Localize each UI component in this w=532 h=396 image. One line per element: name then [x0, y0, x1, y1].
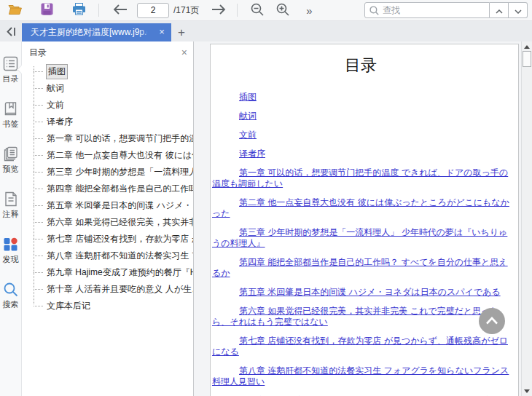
zoom-out-button[interactable] [248, 1, 267, 20]
toolbar: /171页 » [0, 0, 532, 21]
toc-item-label: 文前 [47, 99, 64, 111]
toc-item-label: 第五章 米回肇是日本的间谍 ハジメ・ヨ [47, 199, 193, 212]
zoom-in-button[interactable] [273, 1, 292, 20]
search-magnifier-icon [3, 282, 18, 297]
toc-item[interactable]: 第三章 少年时期的梦想是「一流料理人 [22, 164, 193, 181]
find-next-button[interactable] [509, 2, 528, 18]
toc-item[interactable]: 第八章 连鹅肝都不知道的法餐实习生 フ [22, 248, 193, 264]
sidebar-item-preview[interactable]: 预览 [3, 146, 19, 175]
page-title: 目录 [212, 55, 509, 76]
tree-stub [34, 256, 43, 256]
vertical-scrollbar[interactable] [521, 41, 532, 396]
tree-stub [34, 306, 43, 306]
scrollbar-thumb[interactable] [523, 51, 531, 67]
sidebar-item-bookmarks[interactable]: 书签 [3, 101, 19, 130]
toc-link[interactable]: 第五章 米回肇是日本的间谍 ハジメ・ヨネダは日本のスパイである [239, 287, 501, 297]
pages-stack-icon [3, 146, 18, 162]
find-input[interactable] [383, 5, 477, 15]
tab-close-icon[interactable]: × [157, 26, 167, 38]
toc-item[interactable]: 文前 [22, 97, 193, 114]
toc-item-label: 第二章 他一点妄自尊大也没有 彼には偉 [47, 149, 193, 162]
toc-item[interactable]: 第五章 米回肇是日本的间谍 ハジメ・ヨ [22, 197, 193, 214]
toc-link[interactable]: 插图 [239, 92, 257, 102]
toc-item[interactable]: 第七章 店铺还没有找到，存款为零店 が [22, 231, 193, 248]
toc-item-label: 第四章 能把全部都当作是自己的工作吗 [47, 183, 193, 195]
print-button[interactable] [69, 1, 88, 20]
toc-link-row: 第一章 可以的话，想要调节门把手的温度 できれば、ドアの取っ手の温度も調節したい [212, 167, 509, 189]
toc-item-label: 第三章 少年时期的梦想是「一流料理人 [47, 166, 193, 178]
toc-link[interactable]: 第七章 店铺还没有找到，存款为零店 が見つからず、通帳残高がゼロになる [212, 336, 508, 357]
next-page-button[interactable] [209, 1, 228, 20]
toc-link-row: 译者序 [212, 148, 509, 159]
toc-item[interactable]: 文库本后记 [22, 298, 193, 314]
toc-item[interactable]: 第四章 能把全部都当作是自己的工作吗 [22, 181, 193, 197]
save-button[interactable] [37, 1, 56, 20]
toc-link-row: 第六章 如果觉得已经很完美，其实并非完美 これで完璧だと思ったら、それはもう完璧… [212, 306, 509, 328]
new-tab-button[interactable]: + [171, 23, 192, 41]
toc-link[interactable]: 第一章 可以的话，想要调节门把手的温度 できれば、ドアの取っ手の温度も調節したい [212, 167, 508, 189]
left-sidebar: 目录 书签 [0, 41, 22, 396]
toc-item[interactable]: 第九章 Hajime变成了难预约的餐厅『H [22, 264, 193, 281]
toc-link[interactable]: 第三章 少年时期的梦想是「一流料理人」 少年時代の夢は『いちりゅうの料理人』 [212, 227, 507, 248]
document-tab[interactable]: 天才主厨的绝对温度[www.j9p.c × [22, 23, 171, 41]
more-tools-button[interactable]: » [300, 1, 318, 20]
toc-link[interactable]: 第四章 能把全部都当作是自己的工作吗？ すべてを自分の仕事と思えるか [212, 257, 508, 278]
toc-link[interactable]: 第二章 他一点妄自尊大也没有 彼には偉ぶったところがどこにもなかった [212, 197, 509, 218]
toc-item-label: 插图 [47, 65, 67, 79]
toc-item[interactable]: 第二章 他一点妄自尊大也没有 彼には偉 [22, 147, 193, 164]
toc-item[interactable]: 第十章 人活着并且要吃的意义 人が生き [22, 281, 193, 298]
previous-page-button[interactable] [111, 1, 130, 20]
tree-stub [34, 105, 43, 106]
panel-close-icon[interactable]: × [181, 47, 187, 58]
tree-stub [34, 222, 43, 223]
tab-title: 天才主厨的绝对温度[www.j9p.c [31, 26, 147, 39]
printer-icon [72, 3, 86, 17]
tree-stub [34, 239, 43, 239]
sidebar-item-toc[interactable]: 目录 [3, 56, 19, 84]
toc-link[interactable]: 文前 [239, 130, 257, 140]
chevron-up-icon [496, 5, 503, 16]
toc-item-label: 译者序 [47, 116, 73, 128]
bookmark-icon [3, 101, 18, 116]
arrow-left-icon [113, 4, 128, 17]
toc-item[interactable]: 第一章 可以的话，想要调节门把手的温 [22, 130, 193, 147]
toc-link-row: 献词 [212, 111, 509, 122]
toc-item[interactable]: 插图 [22, 63, 193, 80]
sidebar-item-search[interactable]: 搜索 [3, 282, 19, 310]
body-area: 目录 书签 [0, 41, 532, 396]
find-previous-button[interactable] [490, 2, 509, 18]
toc-link[interactable]: 献词 [239, 111, 257, 121]
toc-item-label: 第九章 Hajime变成了难预约的餐厅『H [47, 266, 193, 279]
toc-item-label: 第一章 可以的话，想要调节门把手的温 [47, 132, 193, 145]
document-viewer: 目录 插图 献词 文前 译者序 第一章 可以的话，想要调节门把手的温度 できれば… [194, 41, 532, 396]
sidebar-label: 搜索 [3, 299, 19, 310]
open-file-button[interactable] [6, 1, 25, 20]
toc-link-row: 文前 [212, 130, 509, 140]
toc-link[interactable]: 第六章 如果觉得已经很完美，其实并非完美 これで完璧だと思ったら、それはもう完璧… [212, 306, 499, 327]
sidebar-label: 书签 [3, 119, 19, 130]
toc-item-label: 第六章 如果觉得已经很完美，其实并非 [47, 216, 193, 229]
tree-guide-line [34, 66, 34, 304]
sidebar-item-annotations[interactable]: 注释 [3, 191, 19, 220]
collapse-tabs-button[interactable] [0, 24, 22, 41]
scroll-to-top-button[interactable] [479, 308, 505, 334]
scrollbar-down-arrow[interactable] [524, 389, 530, 393]
toc-link-row: 第五章 米回肇是日本的间谍 ハジメ・ヨネダは日本のスパイである [212, 287, 509, 298]
sidebar-item-discover[interactable]: 发现 [3, 237, 19, 265]
toc-tree: 插图 献词 文前 译者序 第一章 可以的话，想要调节门把手的温 [22, 60, 193, 314]
scrollbar-up-arrow[interactable] [524, 45, 530, 49]
toc-item-label: 文库本后记 [47, 300, 90, 312]
toc-link-row: 第三章 少年时期的梦想是「一流料理人」 少年時代の夢は『いちりゅうの料理人』 [212, 227, 509, 249]
toc-item[interactable]: 献词 [22, 80, 193, 97]
toc-item[interactable]: 译者序 [22, 114, 193, 130]
toc-link[interactable]: 第八章 连鹅肝都不知道的法餐实习生 フォアグラを知らないフランス料理人見習い [212, 365, 509, 387]
toc-link[interactable]: 译者序 [239, 148, 265, 159]
toc-item-label: 第十章 人活着并且要吃的意义 人が生き [47, 283, 193, 296]
find-box [364, 2, 490, 18]
page-number-input[interactable] [137, 3, 169, 18]
toc-item-label: 第七章 店铺还没有找到，存款为零店 が [47, 233, 193, 245]
sidebar-label: 发现 [3, 254, 19, 265]
tree-stub [34, 71, 43, 72]
magnifier-minus-icon [251, 3, 264, 18]
toc-item[interactable]: 第六章 如果觉得已经很完美，其实并非 [22, 214, 193, 231]
